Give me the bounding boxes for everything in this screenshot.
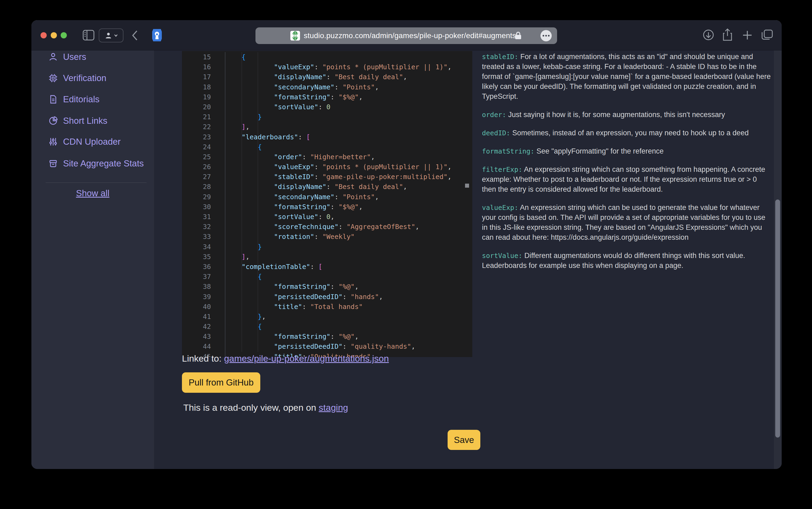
onepassword-extension-icon[interactable] [151, 29, 163, 42]
gutter-border [211, 232, 225, 242]
code-line[interactable]: 15 { [182, 52, 472, 62]
sidebar-toggle-icon[interactable] [83, 30, 95, 40]
browser-toolbar: studio.puzzmo.com/admin/games/pile-up-po… [31, 20, 782, 50]
zoom-window-button[interactable] [61, 32, 67, 38]
augmentations-json-link[interactable]: games/pile-up-poker/augmentations.json [224, 353, 389, 364]
sidebar-item-users[interactable]: Users [31, 50, 154, 63]
line-number: 22 [182, 122, 211, 132]
staging-link[interactable]: staging [319, 402, 348, 413]
doc-entry-key: valueExp: [482, 204, 518, 211]
doc-entry-key: order: [482, 111, 506, 118]
sidebar-item-verification[interactable]: Verification [31, 72, 154, 84]
line-number: 23 [182, 132, 211, 142]
json-code-editor[interactable]: 15 {16 "valueExp": "points * (pupMultipl… [182, 51, 472, 357]
sidebar-item-site-aggregate-stats[interactable]: Site Aggregate Stats [31, 157, 154, 170]
line-number: 24 [182, 142, 211, 152]
code-line[interactable]: 18 "secondaryName": "Points", [182, 82, 472, 92]
minimize-window-button[interactable] [51, 32, 57, 38]
page-scrollbar-thumb[interactable] [775, 200, 780, 438]
line-number: 41 [182, 312, 211, 321]
line-number: 36 [182, 262, 211, 272]
page-scrollbar-track[interactable] [774, 50, 782, 469]
linked-to-line: Linked to: games/pile-up-poker/augmentat… [182, 353, 389, 364]
code-line[interactable]: 23 "leaderboards": [ [182, 132, 472, 142]
doc-entry-sortValue: sortValue: Different augmentations would… [482, 251, 772, 271]
code-line-content: "scoreTechnique": "AggregateOfBest", [225, 222, 419, 232]
chip-icon [48, 74, 58, 83]
back-button-icon[interactable] [131, 30, 138, 41]
site-favicon [290, 31, 300, 40]
pie-chart-icon [48, 116, 58, 125]
code-line[interactable]: 30 "formatString": "$%@", [182, 202, 472, 212]
gutter-border [211, 202, 225, 212]
code-line[interactable]: 24 { [182, 142, 472, 152]
gutter-border [211, 112, 225, 122]
user-icon [48, 53, 58, 62]
page-actions-ellipsis-icon[interactable] [540, 30, 552, 41]
code-line[interactable]: 42 { [182, 321, 472, 332]
sidebar-item-short-links[interactable]: Short Links [31, 114, 154, 127]
code-line[interactable]: 19 "formatString": "$%@", [182, 92, 472, 102]
line-number: 33 [182, 232, 211, 242]
line-number: 20 [182, 102, 211, 112]
code-line-content: "title": "Total hands" [225, 302, 363, 312]
tab-overview-icon[interactable] [761, 29, 773, 41]
code-line[interactable]: 21 } [182, 112, 472, 122]
gutter-border [211, 272, 225, 282]
code-line-content: "valueExp": "points * (pupMultiplier || … [225, 162, 452, 172]
code-line-content: "secondaryName": "Points", [225, 192, 379, 202]
address-bar[interactable]: studio.puzzmo.com/admin/games/pile-up-po… [255, 27, 557, 44]
code-line[interactable]: 22 ], [182, 122, 472, 132]
code-line[interactable]: 32 "scoreTechnique": "AggregateOfBest", [182, 222, 472, 232]
code-line[interactable]: 40 "title": "Total hands" [182, 302, 472, 312]
show-all-link[interactable]: Show all [31, 188, 154, 198]
code-line[interactable]: 44 "persistedDeedID": "quality-hands", [182, 341, 472, 351]
profile-menu-button[interactable] [99, 29, 123, 42]
code-line[interactable]: 38 "formatString": "%@", [182, 282, 472, 292]
code-line-content: { [225, 272, 261, 282]
code-line-content: } [225, 242, 261, 252]
save-button[interactable]: Save [448, 430, 480, 450]
code-line-content: "formatString": "$%@", [225, 92, 363, 102]
code-line[interactable]: 28 "displayName": "Best daily deal", [182, 182, 472, 192]
downloads-icon[interactable] [703, 29, 714, 41]
line-number: 44 [182, 341, 211, 351]
code-line-content: "persistedDeedID": "hands", [225, 292, 383, 302]
line-number: 37 [182, 272, 211, 282]
code-line[interactable]: 25 "order": "Higher=better", [182, 152, 472, 162]
code-line[interactable]: 16 "valueExp": "points * (pupMultiplier … [182, 62, 472, 72]
doc-entry-formatString: formatString: See "applyFormatting" for … [482, 146, 772, 156]
line-number: 25 [182, 152, 211, 162]
code-line[interactable]: 36 "completionTable": [ [182, 262, 472, 272]
code-line-content: "sortValue": 0 [225, 102, 330, 112]
code-line[interactable]: 33 "rotation": "Weekly" [182, 232, 472, 242]
sidebar-item-cdn-uploader[interactable]: CDN Uploader [31, 135, 154, 148]
code-line[interactable]: 34 } [182, 242, 472, 252]
share-icon[interactable] [722, 29, 733, 41]
code-line[interactable]: 27 "stableID": "game-pile-up-poker:multi… [182, 172, 472, 182]
code-line[interactable]: 31 "sortValue": 0, [182, 212, 472, 222]
code-line-content: { [225, 52, 246, 62]
new-tab-icon[interactable] [742, 30, 752, 40]
code-line[interactable]: 17 "displayName": "Best daily deal", [182, 72, 472, 82]
code-line[interactable]: 26 "valueExp": "points * (pupMultiplier … [182, 162, 472, 172]
code-line[interactable]: 29 "secondaryName": "Points", [182, 192, 472, 202]
sidebar-item-editorials[interactable]: Editorials [31, 93, 154, 106]
user-avatar-icon [104, 31, 112, 39]
gutter-border [211, 292, 225, 302]
pull-from-github-button[interactable]: Pull from GitHub [182, 372, 260, 393]
gutter-border [211, 102, 225, 112]
gutter-border [211, 122, 225, 132]
code-line[interactable]: 37 { [182, 272, 472, 282]
code-line[interactable]: 41 }, [182, 312, 472, 321]
linked-to-label: Linked to: [182, 353, 224, 364]
code-line[interactable]: 39 "persistedDeedID": "hands", [182, 292, 472, 302]
code-line[interactable]: 20 "sortValue": 0 [182, 102, 472, 112]
indent-guide [242, 52, 242, 352]
sidebar-item-label: Editorials [63, 94, 100, 104]
close-window-button[interactable] [40, 32, 47, 38]
doc-entry-key: filterExp: [482, 166, 523, 173]
code-line[interactable]: 35 ], [182, 252, 472, 262]
editor-scrollbar-thumb[interactable] [465, 183, 469, 188]
code-line[interactable]: 43 "formatString": "%@", [182, 332, 472, 341]
